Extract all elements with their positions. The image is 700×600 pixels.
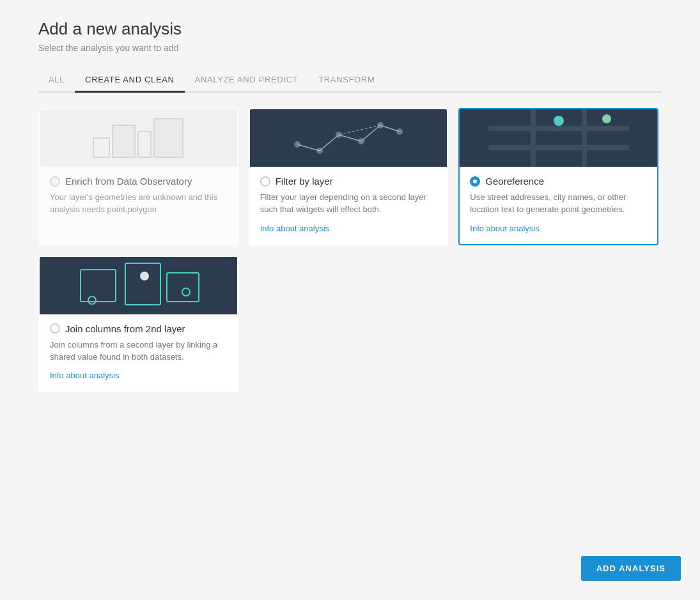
georeference-illustration bbox=[488, 109, 629, 167]
svg-line-13 bbox=[320, 135, 339, 151]
svg-rect-28 bbox=[167, 273, 199, 302]
card-filter-layer[interactable]: Filter by layer Filter your layer depend… bbox=[249, 108, 449, 245]
card-enrich-desc: Your layer's geometries are unknown and … bbox=[50, 192, 227, 216]
enrich-illustration bbox=[81, 112, 196, 164]
card-join-desc: Join columns from a second layer by link… bbox=[50, 339, 227, 364]
card-join-columns[interactable]: Join columns from 2nd layer Join columns… bbox=[38, 256, 238, 393]
add-analysis-button[interactable]: ADD ANALYSIS bbox=[581, 556, 681, 581]
card-filter-header: Filter by layer bbox=[260, 176, 437, 187]
card-georeference-link[interactable]: Info about analysis bbox=[470, 224, 539, 233]
page-title: Add a new analysis bbox=[38, 19, 662, 39]
card-enrich-title: Enrich from Data Observatory bbox=[65, 176, 192, 187]
card-georeference-radio[interactable] bbox=[470, 176, 480, 187]
svg-point-25 bbox=[88, 296, 96, 304]
page-subtitle: Select the analysis you want to add bbox=[38, 43, 662, 53]
svg-point-22 bbox=[554, 116, 564, 126]
tabs-bar: ALL CREATE AND CLEAN ANALYZE AND PREDICT… bbox=[38, 68, 662, 93]
tab-create-clean[interactable]: CREATE AND CLEAN bbox=[75, 68, 184, 93]
svg-rect-0 bbox=[93, 138, 109, 157]
card-georeference-title: Georeference bbox=[485, 176, 544, 187]
card-enrich-body: Enrich from Data Observatory Your layer'… bbox=[40, 167, 237, 233]
card-filter-radio[interactable] bbox=[260, 176, 270, 187]
card-georeference-image bbox=[460, 109, 657, 167]
svg-rect-24 bbox=[81, 270, 116, 302]
card-enrich-header: Enrich from Data Observatory bbox=[50, 176, 227, 187]
card-join-header: Join columns from 2nd layer bbox=[50, 323, 227, 334]
page-container: Add a new analysis Select the analysis y… bbox=[0, 0, 700, 431]
card-enrich[interactable]: Enrich from Data Observatory Your layer'… bbox=[38, 108, 238, 245]
svg-rect-5 bbox=[113, 125, 135, 157]
card-georeference[interactable]: Georeference Use street addresses, city … bbox=[458, 108, 658, 245]
card-join-body: Join columns from 2nd layer Join columns… bbox=[40, 314, 237, 392]
card-georeference-header: Georeference bbox=[470, 176, 647, 187]
svg-rect-2 bbox=[138, 132, 151, 157]
card-join-radio[interactable] bbox=[50, 323, 60, 334]
card-enrich-image bbox=[40, 109, 237, 167]
card-georeference-body: Georeference Use street addresses, city … bbox=[460, 167, 657, 244]
svg-line-16 bbox=[380, 125, 400, 132]
card-filter-title: Filter by layer bbox=[276, 176, 333, 187]
svg-point-29 bbox=[182, 288, 190, 296]
card-filter-body: Filter by layer Filter your layer depend… bbox=[250, 167, 447, 244]
card-enrich-radio[interactable] bbox=[50, 176, 60, 187]
svg-line-14 bbox=[339, 135, 361, 141]
tab-analyze-predict[interactable]: ANALYZE AND PREDICT bbox=[185, 68, 309, 93]
card-join-title: Join columns from 2nd layer bbox=[65, 323, 185, 334]
svg-rect-26 bbox=[125, 263, 160, 305]
join-illustration bbox=[68, 257, 208, 314]
card-georeference-desc: Use street addresses, city names, or oth… bbox=[470, 192, 647, 216]
card-join-link[interactable]: Info about analysis bbox=[50, 371, 119, 380]
tab-transform[interactable]: TRANSFORM bbox=[308, 68, 385, 93]
cards-grid: Enrich from Data Observatory Your layer'… bbox=[38, 108, 658, 392]
tab-all[interactable]: ALL bbox=[38, 68, 75, 93]
card-filter-image bbox=[250, 109, 447, 167]
svg-line-12 bbox=[297, 144, 320, 151]
filter-illustration bbox=[278, 109, 419, 167]
card-filter-desc: Filter your layer depending on a second … bbox=[260, 192, 437, 216]
svg-point-23 bbox=[602, 114, 611, 123]
svg-rect-4 bbox=[154, 119, 183, 157]
card-join-image bbox=[40, 257, 237, 314]
card-filter-link[interactable]: Info about analysis bbox=[260, 224, 329, 233]
svg-point-27 bbox=[140, 272, 149, 281]
